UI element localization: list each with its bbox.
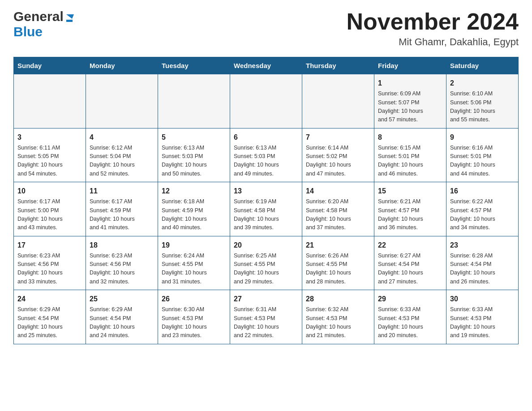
day-number: 24 [17,294,82,304]
day-info: Sunrise: 6:15 AMSunset: 5:01 PMDaylight:… [378,144,442,179]
day-number: 10 [17,186,82,197]
calendar-day-cell: 6Sunrise: 6:13 AMSunset: 5:03 PMDaylight… [230,128,302,182]
day-info: Sunrise: 6:23 AMSunset: 4:56 PMDaylight:… [17,252,82,287]
calendar-day-cell [302,74,374,128]
svg-marker-1 [66,14,74,19]
calendar-day-cell: 30Sunrise: 6:33 AMSunset: 4:53 PMDayligh… [446,290,519,344]
day-of-week-header: Thursday [302,57,374,74]
day-number: 4 [90,132,154,143]
calendar-week-row: 1Sunrise: 6:09 AMSunset: 5:07 PMDaylight… [14,74,519,128]
day-number: 16 [450,186,515,197]
day-number: 9 [450,132,515,143]
day-info: Sunrise: 6:28 AMSunset: 4:54 PMDaylight:… [450,252,515,287]
calendar-table: SundayMondayTuesdayWednesdayThursdayFrid… [13,57,519,344]
day-info: Sunrise: 6:29 AMSunset: 4:54 PMDaylight:… [17,305,82,340]
calendar-day-cell: 4Sunrise: 6:12 AMSunset: 5:04 PMDaylight… [86,128,158,182]
calendar-week-row: 10Sunrise: 6:17 AMSunset: 5:00 PMDayligh… [14,182,519,236]
day-number: 8 [378,132,442,143]
calendar-day-cell: 15Sunrise: 6:21 AMSunset: 4:57 PMDayligh… [374,182,446,236]
day-number: 11 [90,186,154,197]
day-info: Sunrise: 6:17 AMSunset: 4:59 PMDaylight:… [90,197,154,232]
day-info: Sunrise: 6:13 AMSunset: 5:03 PMDaylight:… [162,144,226,179]
day-of-week-header: Monday [86,57,158,74]
calendar-day-cell [158,74,230,128]
day-info: Sunrise: 6:16 AMSunset: 5:01 PMDaylight:… [450,144,515,179]
calendar-day-cell: 28Sunrise: 6:32 AMSunset: 4:53 PMDayligh… [302,290,374,344]
day-number: 1 [378,78,442,89]
day-info: Sunrise: 6:14 AMSunset: 5:02 PMDaylight:… [306,144,370,179]
calendar-day-cell: 2Sunrise: 6:10 AMSunset: 5:06 PMDaylight… [446,74,519,128]
day-info: Sunrise: 6:30 AMSunset: 4:53 PMDaylight:… [162,305,226,340]
calendar-week-row: 3Sunrise: 6:11 AMSunset: 5:05 PMDaylight… [14,128,519,182]
day-number: 17 [17,240,82,251]
calendar-day-cell: 12Sunrise: 6:18 AMSunset: 4:59 PMDayligh… [158,182,230,236]
day-number: 18 [90,240,154,251]
calendar-day-cell: 9Sunrise: 6:16 AMSunset: 5:01 PMDaylight… [446,128,519,182]
day-number: 27 [234,294,298,304]
calendar-day-cell: 16Sunrise: 6:22 AMSunset: 4:57 PMDayligh… [446,182,519,236]
calendar-day-cell: 25Sunrise: 6:29 AMSunset: 4:54 PMDayligh… [86,290,158,344]
day-of-week-header: Saturday [446,57,519,74]
calendar-day-cell: 23Sunrise: 6:28 AMSunset: 4:54 PMDayligh… [446,236,519,290]
calendar-day-cell: 13Sunrise: 6:19 AMSunset: 4:58 PMDayligh… [230,182,302,236]
day-number: 15 [378,186,442,197]
calendar-day-cell: 7Sunrise: 6:14 AMSunset: 5:02 PMDaylight… [302,128,374,182]
calendar-day-cell: 26Sunrise: 6:30 AMSunset: 4:53 PMDayligh… [158,290,230,344]
calendar-week-row: 17Sunrise: 6:23 AMSunset: 4:56 PMDayligh… [14,236,519,290]
calendar-day-cell: 11Sunrise: 6:17 AMSunset: 4:59 PMDayligh… [86,182,158,236]
day-info: Sunrise: 6:22 AMSunset: 4:57 PMDaylight:… [450,197,515,232]
logo: General Blue [13,9,75,39]
calendar-day-cell: 5Sunrise: 6:13 AMSunset: 5:03 PMDaylight… [158,128,230,182]
calendar-day-cell [86,74,158,128]
logo-flag-icon [65,13,75,24]
day-number: 29 [378,294,442,304]
calendar-day-cell: 8Sunrise: 6:15 AMSunset: 5:01 PMDaylight… [374,128,446,182]
day-number: 7 [306,132,370,143]
day-number: 28 [306,294,370,304]
calendar-day-cell: 17Sunrise: 6:23 AMSunset: 4:56 PMDayligh… [14,236,86,290]
day-info: Sunrise: 6:26 AMSunset: 4:55 PMDaylight:… [306,252,370,287]
svg-rect-2 [66,20,73,22]
day-number: 2 [450,78,515,89]
day-of-week-header: Wednesday [230,57,302,74]
calendar-day-cell: 3Sunrise: 6:11 AMSunset: 5:05 PMDaylight… [14,128,86,182]
day-info: Sunrise: 6:21 AMSunset: 4:57 PMDaylight:… [378,197,442,232]
calendar-day-cell: 1Sunrise: 6:09 AMSunset: 5:07 PMDaylight… [374,74,446,128]
calendar-day-cell: 24Sunrise: 6:29 AMSunset: 4:54 PMDayligh… [14,290,86,344]
day-info: Sunrise: 6:10 AMSunset: 5:06 PMDaylight:… [450,90,515,124]
calendar-day-cell [14,74,86,128]
calendar-day-cell: 27Sunrise: 6:31 AMSunset: 4:53 PMDayligh… [230,290,302,344]
day-info: Sunrise: 6:27 AMSunset: 4:54 PMDaylight:… [378,252,442,287]
calendar-day-cell: 29Sunrise: 6:33 AMSunset: 4:53 PMDayligh… [374,290,446,344]
month-title: November 2024 [347,9,519,34]
day-info: Sunrise: 6:12 AMSunset: 5:04 PMDaylight:… [90,144,154,179]
day-info: Sunrise: 6:20 AMSunset: 4:58 PMDaylight:… [306,197,370,232]
day-info: Sunrise: 6:17 AMSunset: 5:00 PMDaylight:… [17,197,82,232]
day-info: Sunrise: 6:33 AMSunset: 4:53 PMDaylight:… [378,305,442,340]
location-title: Mit Ghamr, Dakahlia, Egypt [347,36,519,48]
calendar-week-row: 24Sunrise: 6:29 AMSunset: 4:54 PMDayligh… [14,290,519,344]
day-info: Sunrise: 6:23 AMSunset: 4:56 PMDaylight:… [90,252,154,287]
day-number: 25 [90,294,154,304]
day-number: 30 [450,294,515,304]
day-info: Sunrise: 6:32 AMSunset: 4:53 PMDaylight:… [306,305,370,340]
title-section: November 2024 Mit Ghamr, Dakahlia, Egypt [347,9,519,48]
day-number: 26 [162,294,226,304]
calendar-day-cell [230,74,302,128]
calendar-day-cell: 14Sunrise: 6:20 AMSunset: 4:58 PMDayligh… [302,182,374,236]
calendar-day-cell: 19Sunrise: 6:24 AMSunset: 4:55 PMDayligh… [158,236,230,290]
logo-general-text: General [13,9,64,24]
day-of-week-header: Tuesday [158,57,230,74]
day-info: Sunrise: 6:19 AMSunset: 4:58 PMDaylight:… [234,197,298,232]
day-number: 5 [162,132,226,143]
day-info: Sunrise: 6:13 AMSunset: 5:03 PMDaylight:… [234,144,298,179]
day-info: Sunrise: 6:25 AMSunset: 4:55 PMDaylight:… [234,252,298,287]
day-info: Sunrise: 6:09 AMSunset: 5:07 PMDaylight:… [378,90,442,124]
calendar-day-cell: 18Sunrise: 6:23 AMSunset: 4:56 PMDayligh… [86,236,158,290]
day-number: 12 [162,186,226,197]
day-number: 22 [378,240,442,251]
day-number: 13 [234,186,298,197]
day-number: 19 [162,240,226,251]
day-number: 20 [234,240,298,251]
day-of-week-header: Sunday [14,57,86,74]
